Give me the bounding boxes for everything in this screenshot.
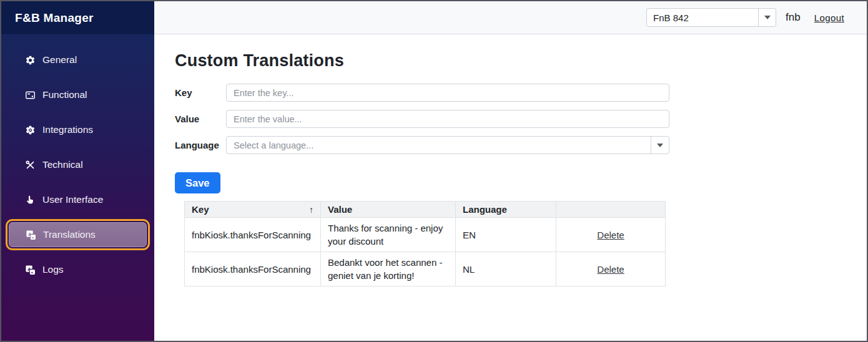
translations-table: Key ↑ Value Language fnbKiosk.thanksForS… (184, 201, 666, 286)
sidebar-item-label: General (42, 54, 77, 66)
value-form-row: Value (175, 110, 867, 128)
column-header-value[interactable]: Value (321, 202, 456, 218)
column-header-language[interactable]: Language (456, 202, 556, 218)
translations-table-wrap: Key ↑ Value Language fnbKiosk.thanksForS… (184, 201, 867, 286)
sidebar-item-label: Functional (42, 89, 87, 100)
location-select-value: FnB 842 (647, 9, 758, 26)
sidebar-item-label: Integrations (42, 124, 93, 135)
save-button[interactable]: Save (175, 172, 220, 193)
sidebar-item-general[interactable]: General (9, 47, 147, 72)
key-label: Key (175, 87, 226, 98)
chevron-down-icon[interactable] (651, 137, 669, 154)
cell-actions: Delete (556, 252, 666, 286)
value-input[interactable] (226, 110, 669, 128)
language-form-row: Language Select a language... (175, 136, 867, 154)
language-select-placeholder: Select a language... (227, 137, 651, 154)
cell-actions: Delete (556, 218, 666, 252)
app-window: F&B Manager General Functional Integrati… (0, 0, 868, 342)
sidebar-item-integrations[interactable]: Integrations (9, 117, 147, 142)
delete-link[interactable]: Delete (597, 264, 624, 275)
chevron-down-icon[interactable] (758, 9, 776, 26)
sidebar-item-logs[interactable]: Logs (9, 257, 147, 282)
sidebar-item-label: Translations (43, 229, 96, 240)
key-input[interactable] (226, 84, 669, 102)
table-row: fnbKiosk.thanksForScanning Thanks for sc… (185, 218, 666, 252)
cell-value: Bedankt voor het scannen - geniet van je… (321, 252, 456, 286)
translate-icon (25, 265, 36, 275)
sidebar-item-technical[interactable]: Technical (9, 152, 147, 177)
cell-key: fnbKiosk.thanksForScanning (185, 218, 321, 252)
cell-value: Thanks for scanning - enjoy your discoun… (321, 218, 456, 252)
top-bar: FnB 842 fnb Logout (154, 1, 867, 34)
cell-language: NL (456, 252, 556, 286)
logout-link[interactable]: Logout (814, 12, 844, 23)
sidebar-menu: General Functional Integrations Technica… (1, 34, 154, 341)
gear-icon (25, 55, 36, 66)
hand-pointer-icon (25, 195, 36, 205)
sidebar: F&B Manager General Functional Integrati… (1, 1, 154, 341)
cell-language: EN (456, 218, 556, 252)
location-select[interactable]: FnB 842 (646, 8, 776, 27)
key-form-row: Key (175, 84, 867, 102)
language-label: Language (175, 140, 226, 150)
translate-icon (26, 230, 36, 240)
tools-icon (25, 160, 36, 170)
page-title: Custom Translations (175, 51, 867, 71)
delete-link[interactable]: Delete (597, 230, 624, 240)
cell-key: fnbKiosk.thanksForScanning (185, 252, 321, 286)
sidebar-item-user-interface[interactable]: User Interface (9, 187, 147, 212)
table-row: fnbKiosk.thanksForScanning Bedankt voor … (185, 252, 666, 286)
table-header-row: Key ↑ Value Language (185, 202, 666, 218)
gear-play-icon (25, 125, 36, 135)
app-title: F&B Manager (1, 1, 154, 34)
card-icon (25, 90, 36, 100)
value-label: Value (175, 114, 226, 124)
column-header-actions (556, 202, 666, 218)
language-select[interactable]: Select a language... (226, 136, 669, 154)
sidebar-item-label: User Interface (42, 194, 103, 205)
column-header-key[interactable]: Key ↑ (185, 202, 321, 218)
sidebar-item-label: Technical (42, 159, 83, 170)
sidebar-item-translations[interactable]: Translations (9, 222, 147, 247)
sort-ascending-icon[interactable]: ↑ (309, 205, 313, 215)
username-label: fnb (786, 11, 801, 24)
sidebar-item-functional[interactable]: Functional (9, 82, 147, 107)
main-content: Custom Translations Key Value Language S… (154, 34, 867, 341)
sidebar-item-label: Logs (42, 264, 64, 275)
